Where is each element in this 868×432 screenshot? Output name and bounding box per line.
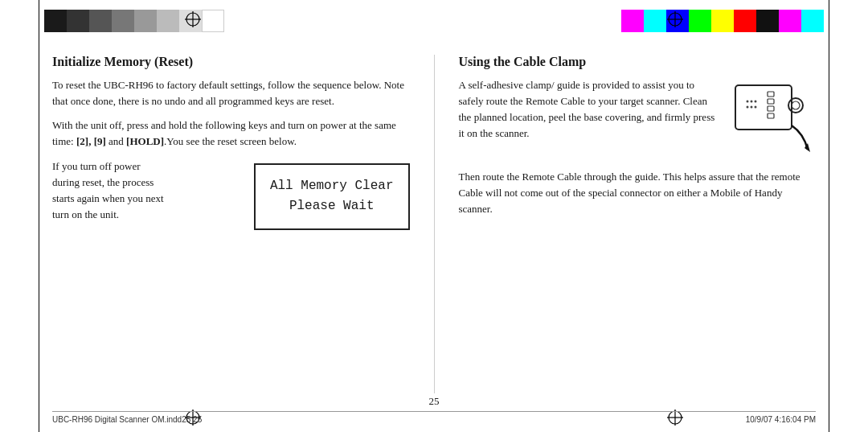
page-number: 25 (429, 395, 440, 408)
right-para-1: A self-adhesive clamp/ guide is provided… (459, 77, 719, 161)
footer-left: UBC-RH96 Digital Scanner OM.indd25 25 (52, 415, 202, 424)
svg-rect-15 (768, 106, 774, 111)
left-para-1: To reset the UBC-RH96 to factory default… (52, 77, 410, 109)
svg-rect-16 (768, 113, 774, 118)
color-bars-right (621, 10, 824, 32)
right-para-2: Then route the Remote Cable through the … (459, 169, 817, 217)
svg-point-19 (755, 101, 757, 103)
page-border-right (829, 0, 829, 432)
column-divider (434, 55, 435, 393)
svg-rect-14 (768, 99, 774, 104)
page-border-left (39, 0, 39, 432)
footer-right: 10/9/07 4:16:04 PM (746, 415, 816, 424)
right-column: Using the Cable Clamp A self-adhesive cl… (459, 47, 817, 393)
right-section-title: Using the Cable Clamp (459, 55, 817, 69)
footer: UBC-RH96 Digital Scanner OM.indd25 25 10… (52, 411, 816, 424)
svg-point-20 (747, 106, 749, 109)
screen-line-2: Please Wait (270, 196, 394, 217)
right-upper-section: A self-adhesive clamp/ guide is provided… (459, 77, 817, 161)
left-column: Initialize Memory (Reset) To reset the U… (52, 47, 410, 393)
left-para-2: With the unit off, press and hold the fo… (52, 117, 410, 150)
left-lower-section: All Memory Clear Please Wait If you turn… (52, 158, 410, 232)
keys-bold: [2], [9] (76, 135, 106, 147)
svg-point-22 (755, 106, 757, 109)
svg-point-18 (751, 101, 753, 103)
reg-mark-top-left (185, 11, 201, 27)
hold-bold: [HOLD] (126, 135, 164, 147)
svg-point-23 (788, 98, 803, 113)
svg-point-24 (792, 101, 800, 109)
svg-point-21 (751, 106, 753, 109)
scanner-illustration (727, 77, 816, 161)
main-content: Initialize Memory (Reset) To reset the U… (52, 47, 816, 393)
screen-display-box: All Memory Clear Please Wait (254, 163, 410, 230)
screen-line-1: All Memory Clear (270, 176, 394, 197)
left-section-title: Initialize Memory (Reset) (52, 55, 410, 69)
svg-rect-12 (735, 85, 792, 130)
svg-point-17 (747, 101, 749, 103)
reg-mark-top-right (667, 11, 683, 27)
svg-rect-13 (768, 92, 774, 97)
